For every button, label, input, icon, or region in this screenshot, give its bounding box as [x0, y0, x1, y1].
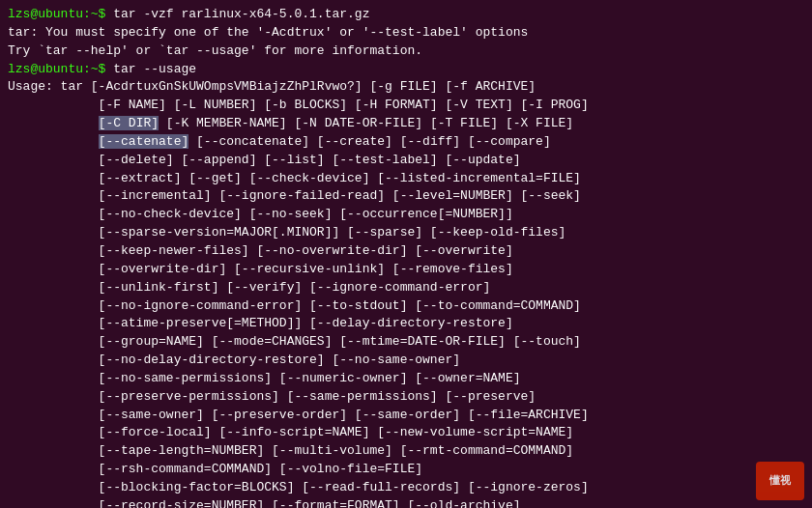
command: tar --usage	[113, 62, 196, 76]
prompt: lzs@ubuntu:~$	[8, 7, 113, 21]
terminal-line: [-C DIR] [-K MEMBER-NAME] [-N DATE-OR-FI…	[8, 115, 804, 133]
terminal-line: [--delete] [--append] [--list] [--test-l…	[8, 152, 804, 170]
highlighted-option: [--catenate]	[99, 134, 189, 149]
terminal-line: [--catenate] [--concatenate] [--create] …	[8, 133, 804, 152]
terminal-line: [--extract] [--get] [--check-device] [--…	[8, 170, 804, 188]
terminal-line: Try `tar --help' or `tar --usage' for mo…	[8, 42, 804, 61]
watermark: 懂视	[756, 462, 804, 500]
terminal-line: [--record-size=NUMBER] [--format=FORMAT]…	[8, 497, 804, 508]
terminal[interactable]: lzs@ubuntu:~$ tar -vzf rarlinux-x64-5.0.…	[0, 0, 812, 508]
terminal-line: tar: You must specify one of the '-Acdtr…	[8, 24, 804, 42]
terminal-line: lzs@ubuntu:~$ tar --usage	[8, 61, 804, 79]
command: tar -vzf rarlinux-x64-5.0.1.tar.gz	[113, 7, 369, 21]
terminal-line: [--unlink-first] [--verify] [--ignore-co…	[8, 279, 804, 297]
terminal-line: [--same-owner] [--preserve-order] [--sam…	[8, 407, 804, 425]
terminal-line: Usage: tar [-AcdrtuxGnSkUWOmpsVMBiajzZhP…	[8, 78, 804, 97]
terminal-line: [--no-check-device] [--no-seek] [--occur…	[8, 206, 804, 224]
terminal-line: [--incremental] [--ignore-failed-read] […	[8, 187, 804, 206]
terminal-line: [--no-delay-directory-restore] [--no-sam…	[8, 352, 804, 370]
highlighted-option: [-C DIR]	[99, 116, 159, 130]
terminal-line: [--atime-preserve[=METHOD]] [--delay-dir…	[8, 315, 804, 333]
prompt: lzs@ubuntu:~$	[8, 62, 113, 76]
terminal-line: [--rsh-command=COMMAND] [--volno-file=FI…	[8, 461, 804, 479]
terminal-line: [--keep-newer-files] [--no-overwrite-dir…	[8, 242, 804, 261]
terminal-line: [-F NAME] [-L NUMBER] [-b BLOCKS] [-H FO…	[8, 97, 804, 115]
terminal-line: [--blocking-factor=BLOCKS] [--read-full-…	[8, 479, 804, 497]
terminal-line: [--group=NAME] [--mode=CHANGES] [--mtime…	[8, 333, 804, 352]
terminal-line: [--preserve-permissions] [--same-permiss…	[8, 388, 804, 407]
terminal-line: [--overwrite-dir] [--recursive-unlink] […	[8, 261, 804, 279]
terminal-line: [--tape-length=NUMBER] [--multi-volume] …	[8, 442, 804, 461]
terminal-line: [--force-local] [--info-script=NAME] [--…	[8, 424, 804, 442]
terminal-line: [--no-ignore-command-error] [--to-stdout…	[8, 297, 804, 316]
terminal-line: [--no-same-permissions] [--numeric-owner…	[8, 370, 804, 388]
terminal-line: [--sparse-version=MAJOR[.MINOR]] [--spar…	[8, 224, 804, 242]
terminal-line: lzs@ubuntu:~$ tar -vzf rarlinux-x64-5.0.…	[8, 6, 804, 24]
